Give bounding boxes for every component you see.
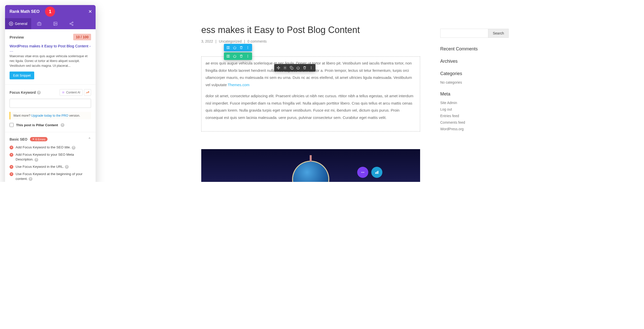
basic-seo-section: Basic SEO ✕ 6 Errors ⌃ ✕Add Focus Keywor… bbox=[5, 132, 96, 182]
delete-button[interactable] bbox=[238, 52, 245, 60]
svg-point-10 bbox=[248, 46, 248, 47]
settings-button[interactable] bbox=[225, 44, 231, 51]
tab-general[interactable]: General bbox=[5, 18, 31, 29]
power-icon bbox=[296, 66, 300, 70]
meta-link[interactable]: Comments feed bbox=[440, 120, 465, 124]
svg-point-16 bbox=[248, 55, 248, 55]
widget-recent-comments: Recent Comments bbox=[440, 46, 506, 52]
delete-button[interactable] bbox=[301, 64, 308, 72]
help-icon[interactable]: ? bbox=[37, 91, 41, 94]
search-input[interactable] bbox=[440, 29, 488, 38]
rankmath-title: Rank Math SEO bbox=[10, 9, 39, 14]
edit-snippet-button[interactable]: Edit Snippet bbox=[10, 72, 34, 79]
no-categories-text: No categories bbox=[440, 80, 506, 84]
seo-check-item: ✕Use Focus Keyword in the URL. ? bbox=[10, 164, 91, 169]
search-button[interactable]: Search bbox=[488, 29, 509, 38]
meta-link[interactable]: Log out bbox=[440, 107, 452, 111]
seo-score-badge: 10 / 100 bbox=[73, 34, 91, 40]
help-icon[interactable]: ? bbox=[61, 123, 64, 127]
post-title: ess makes it Easy to Post Blog Content bbox=[201, 25, 420, 35]
more-button[interactable] bbox=[245, 52, 251, 60]
meta-link[interactable]: Entries feed bbox=[440, 114, 459, 118]
svg-rect-7 bbox=[227, 46, 228, 49]
settings-button[interactable] bbox=[225, 52, 231, 60]
rankmath-header: Rank Math SEO 1 ✕ bbox=[5, 5, 96, 18]
help-icon[interactable]: ? bbox=[29, 177, 32, 181]
image-icon bbox=[53, 21, 58, 26]
tab-schema[interactable] bbox=[47, 18, 63, 29]
kebab-icon bbox=[309, 66, 313, 70]
meta-links-list: Site Admin Log out Entries feed Comments… bbox=[440, 101, 506, 131]
delete-button[interactable] bbox=[238, 44, 245, 51]
post-meta: 3, 2022 | Uncategorized | 0 comments bbox=[201, 39, 420, 43]
chevron-up-icon[interactable]: ⌃ bbox=[88, 137, 91, 142]
more-button[interactable] bbox=[308, 64, 314, 72]
power-button[interactable] bbox=[295, 64, 301, 72]
fab-help[interactable] bbox=[357, 167, 368, 178]
move-button[interactable] bbox=[275, 64, 282, 72]
svg-point-26 bbox=[363, 172, 363, 173]
tab-social[interactable] bbox=[63, 18, 79, 29]
svg-rect-30 bbox=[378, 171, 378, 174]
fail-icon: ✕ bbox=[10, 146, 13, 149]
columns-icon bbox=[226, 54, 230, 58]
module-toolbar-green bbox=[224, 52, 252, 60]
rankmath-tabs: General bbox=[5, 18, 96, 29]
fab-stats[interactable] bbox=[371, 167, 382, 178]
svg-point-18 bbox=[248, 57, 248, 57]
hero-image bbox=[201, 149, 420, 182]
briefcase-icon bbox=[37, 21, 42, 26]
seo-check-item: ✕Add Focus Keyword to your SEO Meta Desc… bbox=[10, 152, 91, 162]
svg-point-5 bbox=[70, 23, 71, 24]
seo-checks-list: ✕Add Focus Keyword to the SEO title. ? ✕… bbox=[10, 145, 91, 182]
power-button[interactable] bbox=[231, 52, 238, 60]
trash-icon bbox=[239, 54, 243, 58]
svg-point-27 bbox=[364, 172, 364, 173]
settings-button[interactable] bbox=[282, 64, 288, 72]
pillar-checkbox-row[interactable]: This post is Pillar Content ? bbox=[10, 123, 91, 127]
svg-point-19 bbox=[285, 67, 286, 68]
rankmath-step-badge: 1 bbox=[45, 7, 55, 17]
svg-point-11 bbox=[248, 47, 248, 48]
x-icon: ✕ bbox=[32, 138, 34, 141]
module-toolbar-blue bbox=[224, 44, 252, 51]
gear-icon bbox=[283, 66, 287, 70]
themes-link[interactable]: Themes.com bbox=[228, 83, 250, 87]
copy-icon bbox=[290, 66, 293, 70]
meta-link[interactable]: WordPress.org bbox=[440, 127, 464, 131]
svg-rect-1 bbox=[37, 23, 41, 25]
power-button[interactable] bbox=[231, 44, 238, 51]
close-icon[interactable]: ✕ bbox=[88, 9, 92, 14]
share-icon bbox=[69, 21, 74, 26]
focus-keyword-section: Focus Keyword ? ֍ Content AI Want more? … bbox=[5, 85, 96, 132]
svg-point-6 bbox=[72, 24, 73, 26]
search-widget: Search bbox=[440, 29, 506, 38]
trends-button[interactable] bbox=[84, 89, 91, 96]
svg-point-24 bbox=[311, 69, 311, 69]
focus-keyword-input[interactable] bbox=[10, 99, 91, 108]
help-icon[interactable]: ? bbox=[65, 165, 69, 169]
svg-rect-8 bbox=[228, 46, 230, 49]
trend-icon bbox=[86, 90, 90, 94]
more-button[interactable] bbox=[245, 44, 251, 51]
upgrade-link[interactable]: Upgrade today to the PRO bbox=[31, 114, 68, 117]
help-icon[interactable]: ? bbox=[34, 158, 38, 162]
preview-label: Preview bbox=[10, 35, 24, 39]
meta-link[interactable]: Site Admin bbox=[440, 101, 457, 105]
gear-icon bbox=[9, 21, 13, 26]
module-toolbar-dark bbox=[274, 64, 315, 72]
svg-rect-29 bbox=[377, 172, 377, 174]
preview-section: Preview 10 / 100 WordPress makes it Easy… bbox=[5, 29, 96, 85]
help-icon[interactable]: ? bbox=[72, 146, 75, 150]
duplicate-button[interactable] bbox=[288, 64, 295, 72]
widget-archives: Archives bbox=[440, 59, 506, 64]
trash-icon bbox=[303, 66, 306, 70]
widget-meta: Meta bbox=[440, 91, 506, 97]
post-comments: 0 comments bbox=[248, 39, 267, 43]
content-ai-button[interactable]: ֍ Content AI bbox=[60, 89, 83, 96]
svg-point-0 bbox=[11, 23, 12, 24]
pillar-checkbox[interactable] bbox=[10, 123, 14, 127]
svg-rect-13 bbox=[227, 55, 228, 57]
tab-advanced[interactable] bbox=[31, 18, 47, 29]
power-icon bbox=[233, 46, 236, 49]
